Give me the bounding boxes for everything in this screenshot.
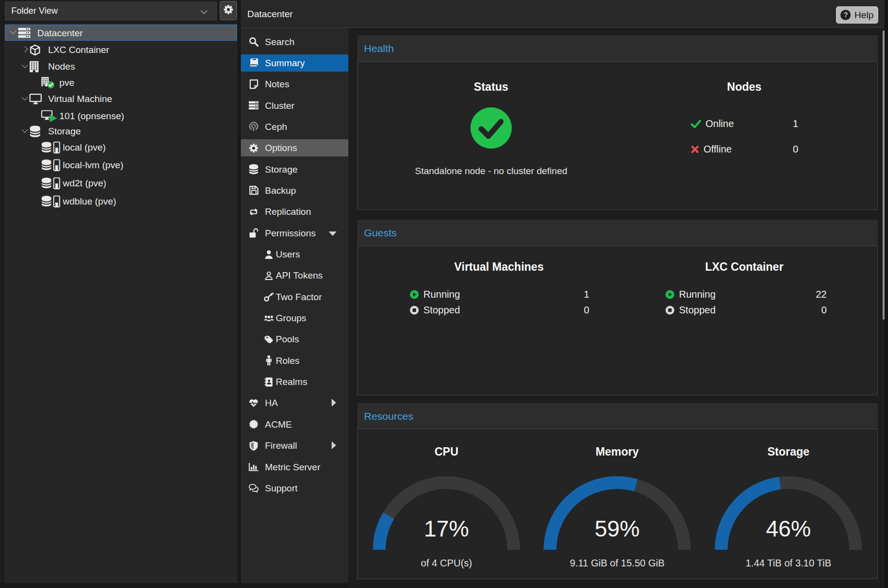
tree-expander-expanded-icon[interactable]: [22, 62, 28, 68]
node-status-label: Online: [705, 118, 734, 129]
tree-item-pve[interactable]: pve: [4, 75, 237, 91]
gear-icon: [223, 4, 234, 17]
building-check-icon: [41, 77, 55, 89]
tree-item-datacenter[interactable]: Datacenter: [5, 25, 237, 41]
nav-item-ha[interactable]: HA: [241, 394, 348, 411]
tree-expander-expanded-icon[interactable]: [22, 127, 28, 133]
tree-item-wdblue-pve[interactable]: wdblue (pve): [4, 193, 237, 209]
guest-status-row: Stopped0: [410, 303, 589, 317]
nav-item-groups[interactable]: Groups: [241, 309, 348, 327]
tree-item-local-lvm-pve[interactable]: local-lvm (pve): [4, 157, 237, 173]
nav-item-label: Groups: [276, 309, 306, 327]
guest-status-label: Stopped: [679, 305, 716, 316]
tree-item-virtual-machine[interactable]: Virtual Machine: [4, 91, 237, 107]
nav-item-roles[interactable]: Roles: [241, 352, 348, 369]
nav-item-label: Notes: [265, 76, 289, 93]
nav-item-label: Storage: [265, 161, 298, 178]
tree-item-101-opnsense[interactable]: 101 (opnsense): [4, 108, 237, 124]
nav-item-label: Summary: [265, 54, 305, 72]
resources-panel-title: Resources: [364, 403, 413, 429]
help-button[interactable]: ? Help: [836, 6, 878, 24]
tree-item-storage[interactable]: Storage: [4, 123, 237, 139]
nav-item-summary[interactable]: Summary: [241, 54, 348, 72]
nav-item-label: Backup: [265, 182, 296, 199]
health-panel-body: StatusNodesStandalone node - no cluster …: [357, 61, 878, 210]
tree-item-lxc-container[interactable]: LXC Container: [4, 42, 237, 58]
nav-item-label: Roles: [276, 352, 300, 369]
gauge-title-memory: Memory: [519, 443, 715, 460]
tree-item-label: Storage: [48, 123, 81, 139]
nav-item-users[interactable]: Users: [241, 246, 348, 263]
nav-item-backup[interactable]: Backup: [241, 182, 348, 199]
nav-item-acme[interactable]: ACME: [241, 416, 348, 433]
tree-item-label: LXC Container: [48, 42, 109, 58]
floppy-icon: [249, 186, 259, 195]
tree-item-label: pve: [59, 75, 75, 91]
gauge-percent-memory: 59%: [543, 516, 692, 541]
node-status-row: Offline0: [691, 142, 798, 156]
chevron-right-icon: [332, 441, 336, 449]
tree-expander-collapsed-icon[interactable]: [22, 46, 28, 52]
nav-item-firewall[interactable]: Firewall: [241, 437, 348, 454]
check-icon: [691, 120, 701, 128]
gear-icon: [249, 143, 259, 153]
guest-status-value: 1: [584, 289, 589, 300]
tree-item-wd2t-pve[interactable]: wd2t (pve): [4, 175, 237, 191]
desktop-icon: [29, 94, 42, 104]
server-stack-icon: [249, 101, 259, 111]
guest-status-label: Stopped: [423, 305, 460, 316]
guests-panel-title: Guests: [364, 220, 397, 246]
nav-item-ceph[interactable]: Ceph: [241, 118, 348, 135]
nav-item-label: ACME: [265, 416, 292, 433]
nav-item-storage[interactable]: Storage: [241, 161, 348, 178]
guest-status-label: Running: [679, 289, 716, 300]
nav-item-permissions[interactable]: Permissions: [241, 225, 348, 242]
guest-status-value: 0: [821, 305, 827, 316]
nav-item-label: Support: [265, 480, 298, 497]
tree-settings-button[interactable]: [220, 1, 237, 20]
nav-item-options[interactable]: Options: [241, 139, 348, 156]
nav-item-api-tokens[interactable]: API Tokens: [241, 267, 348, 284]
tree-view-selector[interactable]: Folder View: [5, 1, 217, 21]
guests-panel-header: Guests: [357, 220, 878, 246]
nav-item-notes[interactable]: Notes: [241, 76, 348, 93]
tree-view-selector-value: Folder View: [11, 6, 58, 16]
tree-expander-expanded-icon[interactable]: [22, 94, 28, 101]
comments-icon: [249, 484, 259, 493]
tree-item-nodes[interactable]: Nodes: [4, 58, 237, 75]
nav-item-metric-server[interactable]: Metric Server: [241, 459, 348, 476]
chevron-down-icon: [329, 231, 337, 236]
nav-item-pools[interactable]: Pools: [241, 331, 348, 348]
nav-item-cluster[interactable]: Cluster: [241, 97, 348, 114]
nav-item-label: Options: [265, 139, 297, 156]
nav-item-realms[interactable]: Realms: [241, 373, 348, 390]
desktop-play-icon: [41, 110, 57, 122]
heartbeat-icon: [249, 398, 259, 408]
nav-item-replication[interactable]: Replication: [241, 203, 348, 220]
search-icon: [249, 37, 259, 47]
nav-item-support[interactable]: Support: [241, 480, 348, 497]
nav-item-search[interactable]: Search: [241, 33, 348, 51]
node-status-value: 1: [793, 118, 798, 129]
node-status-label: Offline: [704, 144, 731, 155]
tags-icon: [264, 334, 274, 344]
tree-item-label: wdblue (pve): [63, 193, 116, 209]
tree-expander-expanded-icon[interactable]: [10, 28, 16, 34]
nav-item-label: HA: [265, 394, 278, 411]
tree-item-label: Datacenter: [37, 25, 83, 41]
chevron-down-icon: [201, 7, 208, 14]
certificate-icon: [249, 419, 259, 430]
gauge-title-cpu: CPU: [348, 443, 545, 460]
database-disk-icon: [41, 177, 60, 189]
tree-item-local-pve[interactable]: local (pve): [4, 139, 237, 155]
building-icon: [29, 61, 39, 72]
tree-item-label: 101 (opnsense): [59, 108, 124, 124]
play-circle-icon: [665, 290, 675, 299]
tree-item-label: local (pve): [63, 139, 106, 155]
users-icon: [264, 314, 274, 323]
nodes-heading: Nodes: [622, 78, 867, 96]
page-bottom-edge: [0, 583, 348, 588]
page-title: Datacenter: [247, 0, 293, 28]
database-disk-icon: [41, 159, 60, 171]
nav-item-two-factor[interactable]: Two Factor: [241, 288, 348, 306]
